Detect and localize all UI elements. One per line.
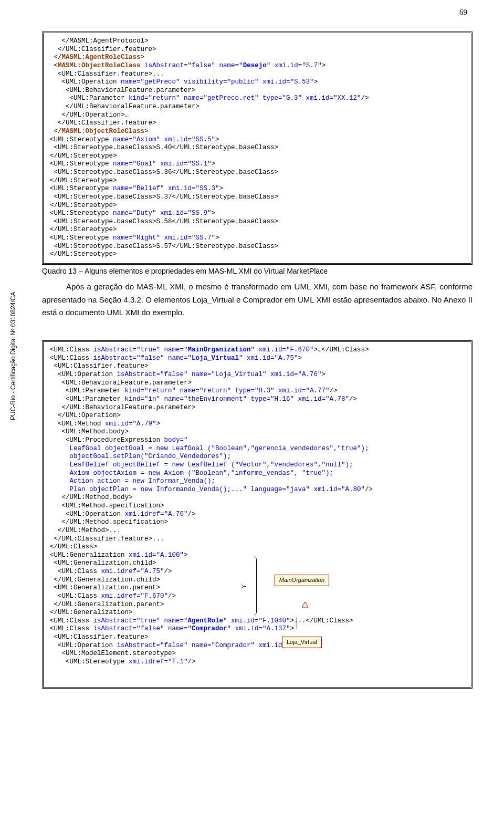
uml-inheritance-diagram: MainOrganization Loja_Virtual — [265, 560, 329, 655]
uml-class-main-organization: MainOrganization — [275, 575, 329, 586]
certification-note: PUC-Rio - Certificação Digital Nº 031082… — [9, 292, 17, 420]
document-page: 69 PUC-Rio - Certificação Digital Nº 031… — [0, 0, 504, 710]
page-number: 69 — [459, 8, 467, 17]
caption-quadro-13: Quadro 13 – Alguns elementos e proprieda… — [42, 267, 472, 275]
code-box-2: <UML:Class isAbstract="true" name="MainO… — [42, 340, 472, 689]
triangle-icon — [301, 601, 309, 608]
body-paragraph-1: Após a geração do MAS-ML XMI, o mesmo é … — [42, 280, 472, 319]
vertical-line-icon — [297, 617, 297, 629]
svg-marker-0 — [302, 602, 308, 607]
curly-brace-icon — [246, 556, 257, 616]
code-box-1: </MASML:AgentProtocol> </UML:Classifier.… — [42, 32, 472, 265]
